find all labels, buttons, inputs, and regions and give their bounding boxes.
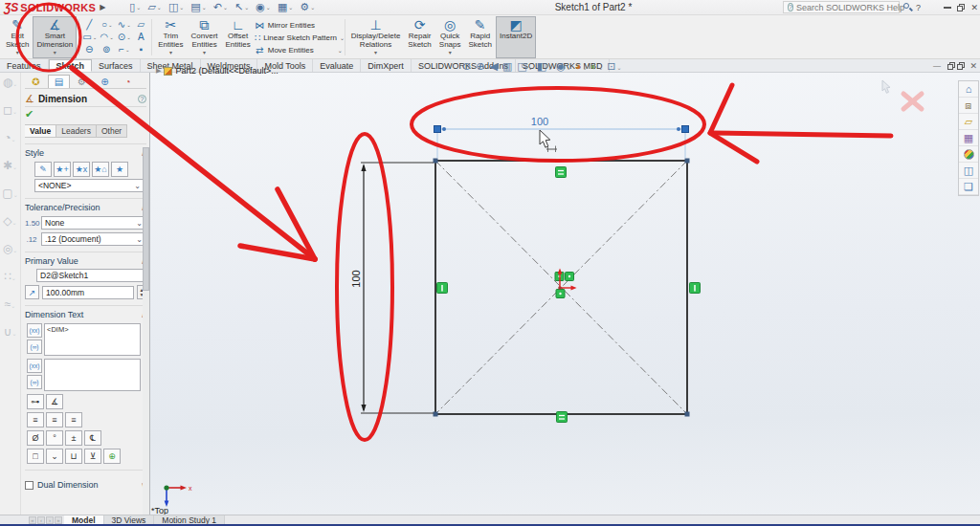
help-button[interactable]: ? [916, 3, 921, 12]
strip-boss-icon[interactable]: ▢⌄ [2, 187, 17, 201]
line-tool[interactable]: ╱ [81, 18, 98, 31]
tab-surfaces[interactable]: Surfaces [92, 59, 141, 72]
save-icon[interactable]: ◫⌄ [166, 1, 187, 13]
more-symbols-button[interactable]: ⊕ [103, 449, 121, 464]
tab-dimxpert[interactable]: DimXpert [361, 59, 412, 72]
tab-evaluate[interactable]: Evaluate [313, 59, 361, 72]
depth-symbol-button[interactable]: ⊻ [84, 449, 101, 464]
panel-scrollbar-thumb[interactable] [143, 147, 149, 291]
tab-value[interactable]: Value [25, 124, 56, 138]
dimension-handle-right[interactable] [682, 126, 689, 133]
circle-tool[interactable]: ○⌄ [99, 18, 115, 31]
strip-cut-icon[interactable]: ◇⌄ [3, 215, 16, 229]
view-palette-icon[interactable]: ▦ [959, 130, 978, 146]
edit-appearance-icon[interactable]: ◕⌄ [575, 61, 588, 74]
instant2d-button[interactable]: ◩ Instant2D [496, 16, 536, 58]
degree-symbol-button[interactable]: ° [46, 430, 63, 446]
options-icon[interactable]: ⚙⌄ [297, 1, 318, 13]
design-library-icon[interactable]: ⧈ [959, 98, 978, 114]
slot-tool[interactable]: ⊖ [81, 43, 98, 55]
dimension-text-area[interactable]: <DIM> [44, 323, 141, 356]
restore-button[interactable] [957, 4, 965, 11]
tolerance-select[interactable]: None⌄ [41, 216, 146, 230]
pm-tab-dimxpertmanager[interactable]: ⊕ [94, 75, 116, 88]
trim-entities-button[interactable]: ✂ Trim Entities ▾ [154, 16, 187, 58]
style-add-button[interactable]: ★+ [54, 162, 71, 177]
tree-expand-icon[interactable]: ▶ [156, 67, 161, 75]
strip-sweep-icon[interactable]: ◔⌄ [4, 132, 15, 145]
view-orientation-icon[interactable]: ◳⌄ [517, 61, 532, 74]
text-below-icon-2[interactable]: (∞) [27, 375, 42, 389]
arc-tool[interactable]: ◠⌄ [99, 31, 115, 43]
tab-leaders[interactable]: Leaders [56, 124, 97, 138]
pm-tab-configurationmanager[interactable]: ⚙ [71, 75, 93, 88]
style-select[interactable]: <NONE>⌄ [34, 179, 145, 192]
strip-loft-icon[interactable]: ✱⌄ [3, 160, 17, 173]
strip-fillet-icon[interactable]: ≈⌄ [5, 298, 16, 312]
strip-extrude-icon[interactable]: ◍⌄ [3, 77, 18, 90]
rapid-sketch-button[interactable]: ✎ Rapid Sketch [464, 16, 495, 58]
dual-dimension-checkbox[interactable] [25, 481, 33, 490]
style-load-button[interactable]: ★ [111, 162, 128, 177]
tree-part-label[interactable]: Part2 (Default<<Default>... [175, 66, 278, 76]
tab-features[interactable]: Features [0, 59, 49, 72]
pm-tab-featuremanager[interactable]: ✪ [25, 75, 47, 88]
counterbore-symbol-button[interactable]: ⊔ [65, 449, 82, 464]
panel-help-icon[interactable]: ? [138, 95, 146, 103]
ellipse-tool[interactable]: ⊙⌄ [116, 31, 132, 43]
dimension-name-field[interactable]: D2@Sketch1 [36, 269, 145, 282]
inspection-dimension-button[interactable]: ∡ [46, 394, 63, 409]
forum-icon[interactable]: ❏ [959, 179, 978, 195]
zoom-to-area-icon[interactable]: ⊕ [476, 61, 485, 74]
strip-pattern-icon[interactable]: ∷⌄ [4, 271, 16, 284]
doc-restore-button[interactable] [947, 62, 955, 70]
close-button[interactable]: ✕ [970, 3, 978, 12]
horizontal-constraint-top[interactable] [556, 167, 567, 178]
text-above-icon[interactable]: (xx) [27, 323, 42, 338]
justify-right-button[interactable]: ≡ [65, 412, 82, 427]
text-tool[interactable]: A [133, 31, 149, 43]
tab-model[interactable]: Model [64, 515, 104, 524]
sketch-canvas[interactable]: 100 100 [150, 73, 980, 515]
select-icon[interactable]: ↖⌄ [232, 1, 252, 13]
previous-view-icon[interactable]: ◀ [489, 61, 498, 74]
justify-left-button[interactable]: ≡ [27, 412, 44, 427]
square-symbol-button[interactable]: □ [27, 449, 44, 464]
dimension-100-vertical[interactable]: 100 [350, 163, 434, 413]
exit-sketch-button[interactable]: ✎ Exit Sketch ▾ [2, 16, 33, 58]
section-view-icon[interactable]: ▥ [502, 61, 513, 74]
centerline-symbol-button[interactable]: ℄ [84, 430, 101, 446]
convert-entities-button[interactable]: ⧉ Convert Entities ▾ [188, 16, 222, 58]
plus-minus-symbol-button[interactable]: ± [65, 430, 82, 446]
justify-center-button[interactable]: ≡ [46, 412, 63, 427]
custom-properties-icon[interactable]: ◫ [959, 163, 978, 179]
doc-minimize-button[interactable]: — [933, 61, 941, 70]
strip-revolve-icon[interactable]: ◻⌄ [3, 104, 17, 118]
pm-tab-displaymanager[interactable]: ◔ [117, 75, 139, 88]
mirror-entities-button[interactable]: ⋈ Mirror Entities [255, 19, 343, 31]
file-explorer-icon[interactable]: ▱ [959, 114, 978, 130]
point-tool[interactable]: ▪ [133, 43, 149, 55]
undo-icon[interactable]: ↶⌄ [211, 1, 231, 13]
minimize-button[interactable] [944, 7, 951, 9]
tab-motion-study-1[interactable]: Motion Study 1 [154, 515, 225, 524]
view-settings-icon[interactable]: ⊡⌄ [607, 61, 621, 74]
tab-other[interactable]: Other [97, 124, 127, 138]
strip-shell-icon[interactable]: ∪⌄ [4, 326, 17, 340]
graphics-viewport[interactable]: ▶ Part2 (Default<<Default>... [150, 73, 980, 515]
print-icon[interactable]: ▤⌄ [188, 1, 209, 13]
repair-sketch-button[interactable]: ⟳ Repair Sketch [404, 16, 434, 58]
smart-dimension-button[interactable]: ∡ Smart Dimension ▾ [33, 16, 77, 58]
text-above-icon-2[interactable]: (xx) [27, 359, 42, 373]
linear-sketch-pattern-button[interactable]: ∷ Linear Sketch Pattern ⌄ [255, 32, 343, 43]
new-file-icon[interactable]: ▯⌄ [126, 1, 144, 13]
offset-entities-button[interactable]: ∟ Offset Entities [222, 16, 255, 58]
precision-select[interactable]: .12 (Document)⌄ [41, 232, 146, 246]
dimension-handle-left[interactable] [434, 126, 441, 133]
quick-snaps-button[interactable]: ◎ Quick Snaps ▾ [435, 16, 465, 58]
appearances-scenes-icon[interactable] [959, 146, 978, 163]
style-delete-button[interactable]: ★x [73, 162, 90, 177]
menu-flyout-icon[interactable]: ▶ [100, 3, 105, 11]
style-save-button[interactable]: ★⌂ [92, 162, 109, 177]
display-delete-relations-button[interactable]: ⊥ Display/Delete Relations ▾ [347, 16, 405, 58]
